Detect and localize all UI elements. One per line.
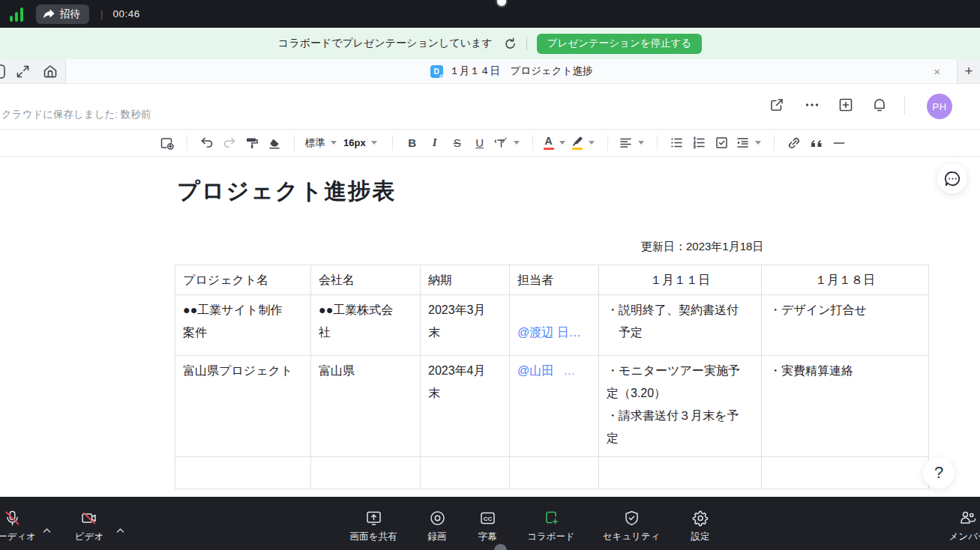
meeting-bottom-bar: オーディオ ビデオ 画面を共有 bbox=[0, 497, 980, 550]
audio-label: オーディオ bbox=[0, 531, 36, 543]
cell-company[interactable] bbox=[311, 457, 421, 489]
align-button[interactable] bbox=[619, 133, 649, 153]
col-header-owner[interactable]: 担当者 bbox=[510, 265, 599, 295]
refresh-icon[interactable] bbox=[504, 37, 517, 50]
cell-project[interactable]: 富山県プロジェクト bbox=[175, 356, 311, 457]
mention-link[interactable]: @渡辺 日… bbox=[517, 326, 581, 339]
cell-status-jan18[interactable]: ・デザイン打合せ bbox=[762, 295, 929, 356]
progress-table[interactable]: プロジェクト名 会社名 納期 担当者 １月１１日 １月１８日 ●●工業サイト制作… bbox=[175, 265, 929, 489]
new-tab-button[interactable]: + bbox=[958, 59, 980, 83]
security-label: セキュリティ bbox=[603, 531, 661, 543]
redo-icon[interactable] bbox=[220, 133, 238, 153]
document-tab[interactable]: D １月１４日 プロジェクト進捗 × bbox=[66, 59, 957, 83]
bottom-collapse-handle[interactable] bbox=[494, 544, 507, 550]
record-label: 録画 bbox=[428, 531, 447, 543]
share-arrow-icon bbox=[43, 8, 55, 19]
editor-toolbar: 標準 16px B I S U A bbox=[0, 129, 980, 157]
document-title[interactable]: プロジェクト進捗表 bbox=[177, 176, 396, 207]
font-size-value: 16px bbox=[343, 137, 366, 148]
document-canvas[interactable]: プロジェクト進捗表 更新日：2023年1月18日 プロジェクト名 会社名 納期 … bbox=[0, 157, 980, 497]
col-header-jan11[interactable]: １月１１日 bbox=[599, 265, 762, 295]
share-icon[interactable] bbox=[768, 96, 786, 114]
more-options-icon[interactable] bbox=[803, 96, 821, 114]
font-color-swatch bbox=[544, 148, 554, 150]
tab-close-icon[interactable]: × bbox=[934, 66, 940, 77]
zoom-meeting-window: 招待 | 00:46 コラボードでプレゼンテーションしています プレゼンテーショ… bbox=[0, 0, 980, 550]
underline-button[interactable]: U bbox=[471, 133, 489, 153]
avatar[interactable]: PH bbox=[927, 94, 952, 119]
fullscreen-icon[interactable] bbox=[16, 64, 30, 79]
numbered-list-icon[interactable] bbox=[691, 133, 709, 153]
meeting-timer: 00:46 bbox=[112, 8, 139, 19]
letter-spacing-button[interactable] bbox=[493, 133, 524, 153]
chevron-down-icon bbox=[559, 141, 565, 145]
updated-date[interactable]: 更新日：2023年1月18日 bbox=[641, 240, 763, 254]
chevron-down-icon bbox=[514, 141, 520, 145]
add-new-icon[interactable] bbox=[837, 96, 855, 114]
home-icon[interactable] bbox=[43, 64, 58, 79]
col-header-deadline[interactable]: 納期 bbox=[421, 265, 510, 295]
col-header-company[interactable]: 会社名 bbox=[311, 265, 421, 295]
settings-label: 設定 bbox=[691, 531, 710, 543]
eraser-icon[interactable] bbox=[265, 133, 283, 153]
table-row: ●●工業サイト制作 案件 ●●工業株式会 社 2023年3月 末 @渡辺 日… … bbox=[175, 295, 929, 356]
comments-button[interactable] bbox=[937, 163, 967, 193]
font-size-select[interactable]: 16px bbox=[343, 133, 382, 153]
cell-owner[interactable] bbox=[510, 457, 599, 489]
italic-button[interactable]: I bbox=[426, 133, 444, 153]
toolbar-collapse-handle[interactable] bbox=[496, 0, 508, 7]
invite-button[interactable]: 招待 bbox=[36, 4, 89, 24]
bullet-list-icon[interactable] bbox=[668, 133, 686, 153]
stop-presentation-button[interactable]: プレゼンテーションを停止する bbox=[537, 34, 702, 54]
collaboard-label: コラボード bbox=[527, 531, 575, 543]
mention-ellipsis: … bbox=[563, 364, 575, 377]
cell-project[interactable] bbox=[175, 457, 311, 489]
highlight-color-button[interactable] bbox=[572, 133, 599, 153]
chevron-down-icon bbox=[755, 141, 761, 145]
tab-title: D １月１４日 プロジェクト進捗 bbox=[430, 64, 593, 78]
collaboard-button[interactable]: コラボード bbox=[510, 510, 592, 543]
cell-deadline[interactable] bbox=[421, 457, 510, 489]
font-color-button[interactable]: A bbox=[544, 133, 570, 153]
chevron-down-icon bbox=[589, 141, 595, 145]
mention-link[interactable]: @山田 bbox=[517, 364, 553, 377]
paragraph-style-select[interactable]: 標準 bbox=[305, 133, 341, 153]
col-header-jan18[interactable]: １月１８日 bbox=[762, 265, 929, 295]
horizontal-rule-icon[interactable] bbox=[830, 133, 848, 153]
cell-company[interactable]: ●●工業株式会 社 bbox=[311, 295, 421, 356]
members-button[interactable]: メンバー bbox=[927, 510, 980, 543]
strikethrough-button[interactable]: S bbox=[448, 133, 466, 153]
cell-status-jan18[interactable] bbox=[762, 457, 929, 489]
cell-owner[interactable]: @渡辺 日… bbox=[510, 295, 599, 356]
chevron-down-icon bbox=[331, 141, 337, 145]
cell-owner[interactable]: @山田… bbox=[510, 356, 599, 457]
col-header-project[interactable]: プロジェクト名 bbox=[175, 265, 311, 295]
help-button[interactable]: ? bbox=[923, 457, 955, 489]
insert-template-icon[interactable] bbox=[158, 133, 176, 153]
sidebar-toggle-icon[interactable] bbox=[0, 64, 5, 79]
cell-deadline[interactable]: 2023年4月 末 bbox=[421, 356, 510, 457]
captions-label: 字幕 bbox=[478, 531, 497, 543]
notifications-bell-icon[interactable] bbox=[871, 96, 889, 114]
presenting-banner: コラボードでプレゼンテーションしています プレゼンテーションを停止する bbox=[0, 28, 980, 59]
video-options-chevron-icon[interactable] bbox=[116, 523, 124, 537]
table-row bbox=[175, 457, 929, 489]
undo-icon[interactable] bbox=[198, 133, 216, 153]
indent-icon[interactable] bbox=[736, 133, 766, 153]
cell-company[interactable]: 富山県 bbox=[311, 356, 421, 457]
cell-status-jan11[interactable]: ・説明終了、契約書送付 予定 bbox=[599, 295, 762, 356]
quote-icon[interactable] bbox=[808, 133, 826, 153]
cell-status-jan11[interactable] bbox=[599, 457, 762, 489]
chevron-down-icon bbox=[371, 141, 377, 145]
table-row: 富山県プロジェクト 富山県 2023年4月 末 @山田… ・モニターツアー実施予… bbox=[175, 356, 929, 457]
cell-deadline[interactable]: 2023年3月 末 bbox=[421, 295, 510, 356]
cell-status-jan11[interactable]: ・モニターツアー実施予 定（3.20） ・請求書送付３月末を予 定 bbox=[599, 356, 762, 457]
task-list-icon[interactable] bbox=[713, 133, 731, 153]
settings-button[interactable]: 設定 bbox=[659, 510, 742, 543]
cell-status-jan18[interactable]: ・実費精算連絡 bbox=[762, 356, 929, 457]
bold-button[interactable]: B bbox=[403, 133, 421, 153]
format-painter-icon[interactable] bbox=[243, 133, 261, 153]
link-icon[interactable] bbox=[785, 133, 803, 153]
cell-project[interactable]: ●●工業サイト制作 案件 bbox=[175, 295, 311, 356]
tab-bar: D １月１４日 プロジェクト進捗 × + bbox=[0, 59, 980, 84]
